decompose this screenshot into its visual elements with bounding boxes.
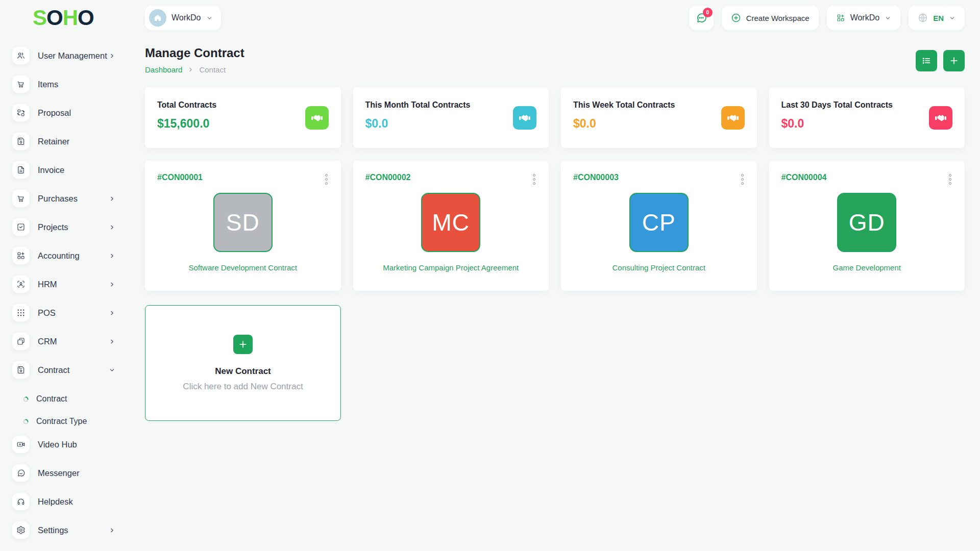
sidebar-submenu-contract: ContractContract Type xyxy=(12,388,129,433)
handshake-icon xyxy=(513,106,536,130)
chevron-right-icon xyxy=(109,53,115,59)
sidebar-item-proposal[interactable]: Proposal xyxy=(12,104,129,121)
contract-menu-button[interactable] xyxy=(740,173,745,186)
stat-amount: $0.0 xyxy=(365,117,537,131)
sidebar-item-items[interactable]: Items xyxy=(12,76,129,93)
language-code: EN xyxy=(933,14,944,22)
sidebar-item-contract[interactable]: Contract xyxy=(12,361,129,379)
chevron-right-icon xyxy=(109,281,115,288)
main-content: Manage Contract Dashboard Contact Total … xyxy=(129,37,980,551)
chevron-right-icon xyxy=(109,338,115,345)
sidebar-item-purchases[interactable]: Purchases xyxy=(12,190,129,207)
sidebar-item-label: User Management xyxy=(38,51,109,61)
contract-avatar[interactable]: MC xyxy=(421,193,480,252)
handshake-icon xyxy=(721,106,745,130)
sidebar-subitem-contract-type[interactable]: Contract Type xyxy=(12,410,129,433)
contract-name-link[interactable]: Software Development Contract xyxy=(188,263,297,272)
contract-avatar[interactable]: GD xyxy=(837,193,896,252)
logo-letter: O xyxy=(78,6,94,30)
handshake-icon xyxy=(929,106,952,130)
sidebar-item-label: Settings xyxy=(38,525,109,535)
stat-amount: $0.0 xyxy=(573,117,745,131)
overlap-squares-icon xyxy=(12,333,30,350)
new-contract-card[interactable]: New Contract Click here to add New Contr… xyxy=(145,305,341,421)
stat-amount: $0.0 xyxy=(781,117,953,131)
chat-button[interactable]: 0 xyxy=(689,6,714,30)
contract-avatar[interactable]: CP xyxy=(629,193,689,252)
contract-card--con00004: #CON00004GDGame Development xyxy=(769,161,965,291)
new-contract-plus-button[interactable] xyxy=(233,335,253,354)
contract-menu-button[interactable] xyxy=(948,173,952,186)
chat-icon xyxy=(12,464,30,482)
sidebar-item-pos[interactable]: POS xyxy=(12,304,129,321)
check-square-icon xyxy=(12,218,30,236)
contract-menu-button[interactable] xyxy=(532,173,536,186)
chevron-right-icon xyxy=(109,224,115,231)
list-view-button[interactable] xyxy=(916,50,937,71)
sidebar-subitem-contract[interactable]: Contract xyxy=(12,388,129,410)
sidebar-item-projects[interactable]: Projects xyxy=(12,218,129,236)
language-selector[interactable]: EN xyxy=(909,6,965,30)
logo-letter: S xyxy=(33,6,46,30)
chevron-down-icon xyxy=(109,367,115,373)
breadcrumb-current: Contact xyxy=(199,65,226,74)
sidebar-item-label: POS xyxy=(38,308,109,318)
sidebar-item-label: Proposal xyxy=(38,108,115,118)
sidebar-item-settings[interactable]: Settings xyxy=(12,521,129,539)
sidebar-item-user-management[interactable]: User Management xyxy=(12,47,129,64)
grid-plus-icon xyxy=(836,13,845,22)
contract-id: #CON00002 xyxy=(365,173,411,182)
sidebar-item-messenger[interactable]: Messenger xyxy=(12,464,129,482)
workspace-switcher[interactable]: WorkDo xyxy=(145,6,221,30)
sidebar-item-label: Helpdesk xyxy=(38,497,115,507)
stats-row: Total Contracts$15,600.0This Month Total… xyxy=(145,87,965,148)
sidebar-item-video-hub[interactable]: Video Hub xyxy=(12,436,129,453)
app-dropdown[interactable]: WorkDo xyxy=(827,6,901,30)
contracts-row: #CON00001SDSoftware Development Contract… xyxy=(145,161,965,291)
sidebar-item-label: HRM xyxy=(38,280,109,289)
sidebar-item-accounting[interactable]: Accounting xyxy=(12,247,129,264)
sidebar-item-helpdesk[interactable]: Helpdesk xyxy=(12,493,129,510)
stat-label: This Month Total Contracts xyxy=(365,101,537,110)
contract-name-link[interactable]: Consulting Project Contract xyxy=(612,263,705,272)
sidebar-item-retainer[interactable]: Retainer xyxy=(12,133,129,150)
create-workspace-label: Create Workspace xyxy=(746,14,810,22)
swap-boxes-icon xyxy=(12,104,30,121)
chevron-down-icon xyxy=(949,15,955,21)
sidebar-subitem-label: Contract Type xyxy=(36,417,87,426)
contract-id: #CON00004 xyxy=(781,173,827,182)
contract-name-link[interactable]: Marketing Campaign Project Agreement xyxy=(383,263,519,272)
page-title: Manage Contract xyxy=(145,46,244,60)
sidebar-item-label: Messenger xyxy=(38,468,115,478)
add-contract-button[interactable] xyxy=(943,50,965,71)
sidebar-item-label: CRM xyxy=(38,337,109,346)
stat-card-total-contracts: Total Contracts$15,600.0 xyxy=(145,87,341,148)
sidebar-item-label: Video Hub xyxy=(38,440,115,449)
contract-menu-button[interactable] xyxy=(324,173,329,186)
sidebar-item-label: Invoice xyxy=(38,165,115,175)
cart-icon xyxy=(12,190,30,207)
invoice-icon xyxy=(12,161,30,179)
stat-label: This Week Total Contracts xyxy=(573,101,745,110)
create-workspace-button[interactable]: Create Workspace xyxy=(722,6,819,30)
sidebar-item-label: Items xyxy=(38,80,115,89)
scan-user-icon xyxy=(12,276,30,293)
sidebar-item-crm[interactable]: CRM xyxy=(12,333,129,350)
contract-card--con00001: #CON00001SDSoftware Development Contract xyxy=(145,161,341,291)
sidebar-item-hrm[interactable]: HRM xyxy=(12,276,129,293)
users-icon xyxy=(12,47,30,64)
stat-amount: $15,600.0 xyxy=(157,117,329,131)
breadcrumb-dashboard-link[interactable]: Dashboard xyxy=(145,65,182,74)
contract-avatar[interactable]: SD xyxy=(213,193,273,252)
donut-bullet-icon xyxy=(22,418,29,425)
grid-plus-icon xyxy=(12,247,30,264)
stat-label: Last 30 Days Total Contracts xyxy=(781,101,953,110)
contract-id: #CON00003 xyxy=(573,173,619,182)
contract-id: #CON00001 xyxy=(157,173,203,182)
chevron-right-icon xyxy=(109,527,115,534)
sidebar-item-invoice[interactable]: Invoice xyxy=(12,161,129,179)
plus-circle-icon xyxy=(731,13,741,23)
sidebar-item-label: Purchases xyxy=(38,194,109,204)
chevron-right-icon xyxy=(109,195,115,202)
contract-name-link[interactable]: Game Development xyxy=(833,263,901,272)
